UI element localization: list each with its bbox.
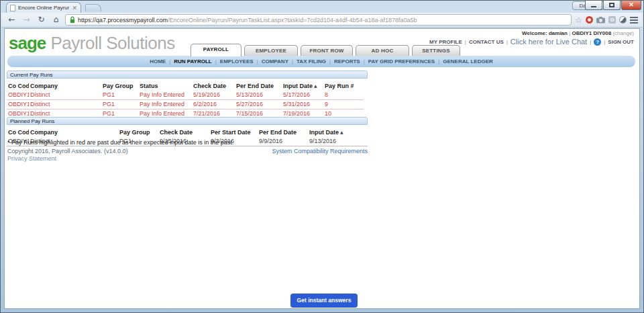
col-per-end-date[interactable]: Per End Date [235,80,282,91]
home-button[interactable]: ⌂ [50,14,62,26]
minimize-icon [591,6,596,7]
minimize-button[interactable] [585,1,602,10]
col-co-code[interactable]: Co Code [7,126,29,137]
round-extension-icon[interactable] [619,16,627,24]
nav-general-ledger[interactable]: GENERAL LEDGER [443,58,493,64]
current-pay-runs-section: Current Pay Runs Co Code Company Pay Gro… [7,71,368,119]
cell-pay-run-number: 9 [323,100,364,109]
planned-pay-runs-header: Planned Pay Runs [7,117,368,125]
table-header-row: Co Code Company Pay Group Status Check D… [7,80,364,91]
cell-check-date: 5/19/2016 [192,91,235,100]
tab-title: Encore Online Payrun Tas [18,5,69,11]
col-check-date[interactable]: Check Date [158,126,209,137]
cell-input-date: 5/31/2016 [282,100,323,109]
cell-company: Distinct [29,100,101,109]
nav-reports[interactable]: REPORTS [334,58,360,64]
col-company[interactable]: Company [29,126,118,137]
table-header-row: Co Code Company Pay Group Check Date Per… [7,126,364,137]
tab-ad-hoc-reporting[interactable]: AD HOC REPORTING [356,45,409,56]
past-due-note: * Pay Runs highlighted in red are past d… [7,139,233,146]
bookmark-star-icon[interactable]: ☆ [575,16,582,24]
col-per-start-date[interactable]: Per Start Date [209,126,258,137]
nav-tax-filing[interactable]: TAX FILING [297,58,326,64]
cell-status: Pay Info Entered [138,91,192,100]
account-code: OBDIY1 DIY008 [572,30,611,36]
cell-per-end-date: 9/9/2016 [258,137,308,146]
forward-button[interactable]: → [21,14,32,26]
back-button[interactable]: ← [6,14,17,26]
separator [569,30,570,36]
separator [590,39,591,45]
col-company[interactable]: Company [29,80,101,91]
cell-pay-run-number: 8 [323,91,364,100]
sort-ascending-icon: ▲ [340,130,343,134]
reload-button[interactable]: ↻ [36,14,47,26]
welcome-text: Welcome: damian [522,30,568,36]
col-status[interactable]: Status [138,80,192,91]
separator [215,58,217,64]
tab-employee-services[interactable]: EMPLOYEE SERVICES [244,45,298,56]
address-bar[interactable]: https://qa7.processmypayroll.com/EncoreO… [65,14,572,26]
sage-brand-text: sage [9,33,46,53]
nav-run-payroll[interactable]: RUN PAYROLL [174,58,211,64]
main-navbar: HOME RUN PAYROLL EMPLOYEES COMPANY TAX F… [7,56,635,67]
nav-home[interactable]: HOME [150,58,166,64]
nav-employees[interactable]: EMPLOYEES [220,58,254,64]
separator [364,58,365,64]
separator [292,58,293,64]
col-pay-group[interactable]: Pay Group [118,126,158,137]
browser-tab[interactable]: Encore Online Payrun Tas ✕ [6,2,81,13]
nav-company[interactable]: COMPANY [262,58,288,64]
change-account-link[interactable]: (change) [612,30,634,36]
close-button[interactable]: ✕ [621,1,641,10]
separator [329,58,331,64]
col-per-end-date[interactable]: Per End Date [258,126,308,137]
tab-close-icon[interactable]: ✕ [72,5,77,11]
camera-extension-icon[interactable] [596,17,605,24]
browser-menu-icon[interactable] [630,17,638,24]
padlock-icon [70,16,75,24]
page-content: sage Payroll Solutions Welcome: damian O… [4,28,640,309]
close-icon: ✕ [629,2,634,8]
contact-us-link[interactable]: CONTACT US [469,39,504,45]
table-row[interactable]: OBDIY1 Distinct PG1 Pay Info Entered 5/1… [7,91,364,100]
tab-front-row-reports[interactable]: FRONT ROW REPORTS [301,45,353,56]
sage-logo: sage Payroll Solutions [9,33,175,54]
cell-input-date: 9/13/2016 [308,137,364,146]
sign-out-link[interactable]: SIGN OUT [608,39,634,45]
maximize-icon [609,3,614,7]
col-input-date[interactable]: Input Date▲ [282,80,323,91]
titlebar: Encore Online Payrun Tas ✕ Damian ✕ [1,1,643,13]
window-controls: ✕ [585,1,641,10]
col-co-code[interactable]: Co Code [7,80,29,91]
live-chat-link[interactable]: Click here for Live Chat [511,38,587,46]
g-extension-icon[interactable]: G [608,16,616,24]
table-row[interactable]: OBDIY1 Distinct PG1 Pay Info Entered 6/2… [7,100,364,109]
tab-payroll[interactable]: PAYROLL [191,44,241,56]
col-pay-group[interactable]: Pay Group [101,80,138,91]
cell-per-end-date: 5/13/2016 [235,91,282,100]
help-icon[interactable]: ? [594,38,601,46]
separator [506,39,508,45]
separator [257,58,258,64]
cell-pay-group: PG1 [101,100,138,109]
get-instant-answers-button[interactable]: Get instant answers [290,294,358,308]
system-compatibility-link[interactable]: System Compatibility Requirements [7,148,368,154]
new-tab-button[interactable] [85,4,101,11]
cell-company: Distinct [29,91,101,100]
red-o-extension-icon[interactable] [586,16,593,24]
col-pay-run-number[interactable]: Pay Run # [323,80,364,91]
col-check-date[interactable]: Check Date [192,80,235,91]
separator [465,39,466,45]
privacy-statement-link[interactable]: Privacy Statement [7,155,56,162]
cell-check-date: 6/2/2016 [192,100,235,109]
cell-status: Pay Info Entered [138,100,192,109]
col-input-date[interactable]: Input Date▲ [308,126,364,137]
maximize-button[interactable] [603,1,621,10]
url-path: /EncoreOnline/Payrun/PayrunTaskList.aspx… [168,17,417,24]
tab-favicon-icon [10,5,15,11]
product-name-text: Payroll Solutions [51,33,175,53]
nav-pay-grid-preferences[interactable]: PAY GRID PREFERENCES [368,58,435,64]
cell-input-date: 5/17/2016 [282,91,323,100]
tab-settings[interactable]: SETTINGS [412,45,460,56]
